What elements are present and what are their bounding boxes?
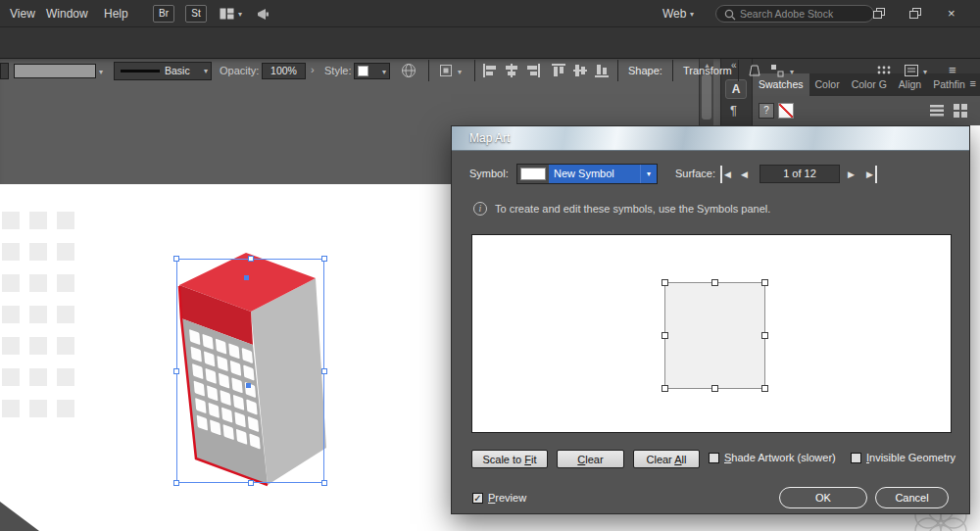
align-left-icon[interactable] [482,63,498,78]
brush-definition-dropdown[interactable]: Basic ▾ [114,62,212,80]
selection-handle[interactable] [248,256,254,262]
transform-link[interactable]: Transform [683,65,732,76]
map-art-preview-area[interactable] [471,234,952,433]
menu-window[interactable]: Window [46,0,88,27]
restore-down-icon[interactable] [909,8,922,20]
symbol-handle[interactable] [711,279,718,286]
selection-handle[interactable] [173,256,179,262]
selection-bounding-box[interactable] [176,259,324,483]
dialog-title-bar[interactable]: Map Art [452,126,969,151]
menu-help[interactable]: Help [104,0,128,27]
label-part: hade Artwork (slower) [731,452,835,463]
bridge-badge[interactable]: Br [153,5,174,23]
workspace-switcher[interactable]: Web [662,0,686,27]
invisible-geometry-checkbox[interactable]: Invisible Geometry [851,452,956,463]
align-center-icon[interactable] [504,63,519,78]
stock-badge[interactable]: St [185,5,207,23]
align-top-icon[interactable] [551,63,566,78]
align-right-icon[interactable] [525,63,541,78]
thumbnail-view-icon[interactable] [954,104,967,118]
scale-to-fit-button[interactable]: Scale to Fit [471,450,548,468]
symbol-handle[interactable] [662,332,668,339]
transform-chevron-icon[interactable]: ▾ [790,68,794,76]
center-anchor-point[interactable] [246,383,251,388]
launch-icon[interactable] [257,8,270,21]
shade-artwork-checkbox[interactable]: Shade Artwork (slower) [709,452,836,463]
menu-view[interactable]: View [10,0,35,27]
selection-handle[interactable] [248,480,254,486]
layout-chevron-icon[interactable]: ▾ [238,10,242,19]
symbol-handle[interactable] [761,279,768,286]
grid-options-icon[interactable] [876,63,892,78]
anchor-point[interactable] [244,275,249,280]
document-setup-globe-icon[interactable] [401,63,416,78]
variable-width-field[interactable] [14,64,96,78]
checkbox-label: Shade Artwork (slower) [724,452,836,463]
scrollbar-thumb[interactable] [702,74,711,120]
free-distort-icon[interactable] [747,63,762,78]
label-part: ll [682,454,687,465]
style-chevron-icon: ▾ [382,68,386,76]
label-part: it [531,454,537,465]
panel-menu-icon[interactable]: ≡ [970,77,976,89]
style-dropdown[interactable]: ▾ [354,63,390,79]
symbol-handle[interactable] [662,385,668,392]
checkbox-box-checked[interactable]: ✓ [472,493,483,504]
surface-value-field[interactable]: 1 of 12 [760,165,840,183]
checkbox-box[interactable] [709,453,719,463]
last-surface-button[interactable]: ▶ [866,166,877,183]
edge-clipped-control[interactable] [0,63,9,79]
selection-handle[interactable] [173,480,179,486]
preview-checkbox[interactable]: ✓ Preview [472,492,526,504]
illustrator-window: View Window Help Br St ▾ Web ▾ [0,0,980,531]
width-profile-chevron-icon[interactable]: ▾ [99,68,103,76]
align-middle-icon[interactable] [572,63,588,78]
symbol-value: New Symbol [549,165,640,183]
paragraph-panel-icon[interactable]: ¶ [730,103,737,118]
ok-button[interactable]: OK [779,487,867,508]
isolate-chevron-icon[interactable]: ▾ [458,68,462,76]
symbol-chevron-icon[interactable]: ▾ [640,165,657,183]
isolate-mode-icon[interactable] [438,63,454,78]
previous-surface-button[interactable]: ◀ [741,166,748,183]
selection-handle[interactable] [321,256,327,262]
selection-handle[interactable] [321,368,327,374]
symbol-handle[interactable] [662,279,668,286]
tab-color[interactable]: Color [809,73,846,96]
search-input[interactable] [740,7,867,21]
character-panel-icon[interactable]: A [725,79,747,99]
opacity-panel-arrow-icon[interactable]: › [311,64,315,75]
panel-tab-bar: Swatches Color Color G Align Pathfin ≡ [753,73,980,96]
first-surface-button[interactable]: ◀ [720,166,731,183]
mapped-symbol-square[interactable] [664,282,765,389]
symbol-handle[interactable] [711,385,718,392]
panel-view-chevron-icon[interactable]: ▾ [923,68,927,76]
next-surface-button[interactable]: ▶ [848,166,855,183]
clear-all-button[interactable]: Clear All [633,450,700,468]
menu-bar: View Window Help Br St ▾ Web ▾ [0,0,980,27]
window-arrange-icon[interactable] [873,8,886,20]
list-view-icon[interactable] [930,105,944,117]
opacity-field[interactable]: 100% [262,63,306,79]
selection-handle[interactable] [321,480,327,486]
symbol-handle[interactable] [761,385,768,392]
transform-options-icon[interactable] [769,63,785,78]
symbol-dropdown[interactable]: New Symbol ▾ [516,164,658,184]
shape-link[interactable]: Shape: [628,65,662,76]
cancel-button[interactable]: Cancel [875,487,949,508]
layout-switcher-icon[interactable] [220,8,234,20]
brush-chevron-icon[interactable]: ▾ [204,67,208,75]
symbol-handle[interactable] [761,332,768,339]
clear-button[interactable]: Clear [557,450,624,468]
panel-view-icon[interactable] [904,63,919,78]
workspace-chevron-icon[interactable]: ▾ [690,10,694,19]
align-bottom-icon[interactable] [594,63,610,78]
close-window-icon[interactable]: × [948,0,956,27]
unknown-swatch[interactable]: ? [759,103,774,119]
selection-handle[interactable] [173,368,179,374]
none-swatch[interactable] [778,103,794,119]
search-box[interactable] [715,5,874,23]
collapse-panels-icon[interactable]: « [731,60,737,71]
checkbox-box[interactable] [851,453,861,463]
control-bar-menu-icon[interactable]: ≡ [949,63,956,77]
